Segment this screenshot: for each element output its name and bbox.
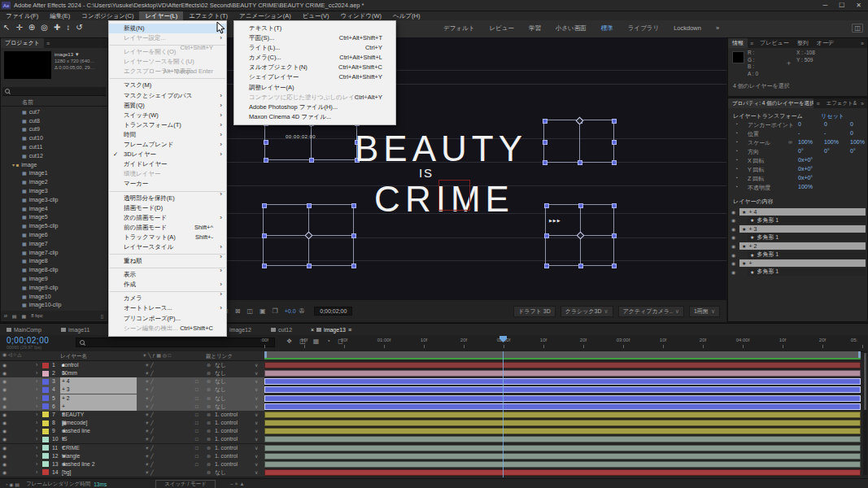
layer-duration-bar[interactable] bbox=[264, 428, 861, 434]
project-item-name[interactable]: image bbox=[21, 162, 37, 168]
tab-properties[interactable]: プロパティ: 4 個のレイヤーを選択 bbox=[728, 98, 813, 108]
chevron-down-icon[interactable]: ∨ bbox=[255, 377, 258, 386]
chevron-down-icon[interactable]: ∨ bbox=[255, 419, 258, 427]
parent-value[interactable]: なし bbox=[215, 394, 226, 403]
submenu-item[interactable]: Adobe Photoshop ファイル(H)... bbox=[234, 102, 395, 112]
menu-item[interactable]: カメラ› bbox=[109, 294, 226, 303]
menu-item[interactable]: 透明部分を保持(E) bbox=[109, 194, 226, 203]
composition-icon[interactable]: ▦ bbox=[22, 294, 27, 299]
composition-tab[interactable]: image11 bbox=[61, 324, 89, 335]
layer-switches[interactable]: ☀ ╱ bbox=[145, 411, 154, 419]
viewer-timecode[interactable]: 0;00;02;00 bbox=[314, 307, 352, 316]
project-item-row[interactable]: ▦image10-clip bbox=[1, 301, 107, 310]
viewer-button-label[interactable]: アクティブカメラ.. bbox=[623, 308, 673, 314]
eye-icon[interactable]: ◉ bbox=[2, 377, 7, 386]
parent-link-icon[interactable]: ⊚ bbox=[207, 411, 211, 419]
shape-layer-icon[interactable]: ★ bbox=[750, 252, 754, 258]
project-item-name[interactable]: cut9 bbox=[29, 126, 40, 132]
project-item-row[interactable]: ▦image6 bbox=[1, 230, 107, 239]
eye-icon[interactable]: ◉ bbox=[2, 403, 7, 411]
tab-close-icon[interactable]: × bbox=[311, 327, 314, 333]
more-panels-icon[interactable]: » bbox=[861, 41, 867, 46]
shape-layer-icon[interactable]: ★ bbox=[750, 234, 754, 240]
submenu-item-label[interactable]: ライト(L)... bbox=[249, 44, 280, 51]
submenu-item-label[interactable]: カメラ(C)... bbox=[249, 54, 281, 61]
property-value[interactable]: 0x+0° bbox=[798, 166, 813, 172]
menubar-item[interactable]: ファイル(F) bbox=[0, 11, 44, 20]
chevron-down-icon[interactable]: ∨ bbox=[255, 394, 258, 403]
parent-link-icon[interactable]: ⊚ bbox=[207, 468, 211, 477]
eye-icon[interactable]: ◉ bbox=[2, 411, 7, 419]
ruler-tick-mark[interactable] bbox=[862, 345, 863, 348]
viewer-option-button[interactable]: アクティブカメラ..∨ bbox=[618, 306, 684, 317]
layer-contents-name[interactable]: + 4 bbox=[748, 209, 757, 215]
menubar-item[interactable]: アニメーション(A) bbox=[233, 11, 297, 20]
parent-value[interactable]: 1. control bbox=[215, 444, 238, 452]
viewer-option-button[interactable]: ドラフト 3D bbox=[513, 306, 556, 317]
layer-name[interactable]: control bbox=[60, 361, 137, 369]
ruler-tick-mark[interactable] bbox=[623, 345, 624, 348]
chevron-down-icon[interactable]: ∨ bbox=[255, 468, 258, 477]
parent-link-icon[interactable]: ⊚ bbox=[207, 386, 211, 394]
minimize-button[interactable]: ─ bbox=[822, 2, 827, 9]
selection-handle[interactable] bbox=[351, 233, 356, 238]
stopwatch-icon[interactable]: ◔ bbox=[735, 166, 738, 172]
project-item-name[interactable]: image5 bbox=[29, 214, 48, 220]
property-value[interactable]: 0 bbox=[850, 121, 853, 127]
transform-property-row[interactable]: ◔不透明度100% bbox=[728, 184, 868, 193]
submenu-item-label[interactable]: テキスト(T) bbox=[249, 24, 281, 32]
expander-icon[interactable]: › bbox=[36, 444, 37, 452]
tab-effects-presets[interactable]: エフェクト& bbox=[822, 98, 861, 108]
menu-item-label[interactable]: マスクとシェイプのパス bbox=[124, 92, 192, 99]
eye-icon[interactable]: ◉ bbox=[2, 419, 7, 427]
menubar-item[interactable]: レイヤー(L) bbox=[139, 11, 183, 20]
selection-handle[interactable] bbox=[612, 233, 617, 238]
ruler-tick-label[interactable]: 10f bbox=[660, 338, 666, 342]
composition-icon[interactable]: ▦ bbox=[22, 276, 27, 281]
layer-duration-bar[interactable] bbox=[264, 412, 861, 418]
layer-contents-name[interactable]: 多角形 1 bbox=[757, 251, 779, 259]
layer-contents-item[interactable]: ★+ 4 bbox=[739, 208, 866, 216]
expander-icon[interactable]: › bbox=[36, 411, 37, 419]
selection-handle[interactable] bbox=[612, 119, 617, 124]
project-item-row[interactable]: ▦image5-clip bbox=[1, 221, 107, 230]
menu-item-label[interactable]: マーカー bbox=[124, 180, 148, 187]
layer-number[interactable]: 13 bbox=[52, 460, 59, 468]
menu-item[interactable]: マスク(M)› bbox=[109, 81, 226, 90]
selection-handle[interactable] bbox=[578, 264, 583, 268]
composition-tab-label[interactable]: cut12 bbox=[278, 327, 292, 333]
property-value[interactable]: 0 bbox=[824, 121, 827, 127]
property-value[interactable]: 0° bbox=[798, 148, 804, 154]
workspace-search-icon[interactable]: ◫ bbox=[852, 24, 863, 33]
layer-duration-bar[interactable] bbox=[264, 362, 861, 368]
submenu-item-label[interactable]: 平面(S)... bbox=[249, 34, 274, 41]
project-item-row[interactable]: ▦image8 bbox=[1, 257, 107, 266]
parent-value[interactable]: 1. control bbox=[215, 419, 238, 427]
property-value[interactable]: - bbox=[824, 130, 826, 136]
composition-icon[interactable]: ▦ bbox=[22, 197, 27, 203]
composition-icon[interactable] bbox=[61, 328, 66, 332]
menu-item[interactable]: フレームブレンド› bbox=[109, 140, 226, 150]
eye-icon[interactable]: ◉ bbox=[2, 361, 7, 369]
composition-icon[interactable]: ▦ bbox=[22, 153, 27, 159]
parent-link-icon[interactable]: ⊚ bbox=[207, 361, 211, 369]
project-name-column-header[interactable]: 名前 bbox=[1, 98, 107, 107]
layer-switches[interactable]: ☀ ╱ bbox=[145, 377, 154, 386]
project-bit-depth[interactable]: 8 bpc bbox=[31, 313, 43, 318]
layer-label-color[interactable] bbox=[42, 412, 49, 417]
tool-button[interactable]: ✚ bbox=[54, 23, 60, 32]
3d-switch-icon[interactable]: □ bbox=[195, 419, 198, 427]
shape-bounding-box[interactable] bbox=[543, 120, 614, 163]
layer-label-color[interactable] bbox=[42, 453, 49, 459]
new-composition-icon[interactable]: ▦ bbox=[22, 313, 27, 319]
close-button[interactable]: ✕ bbox=[856, 2, 861, 9]
menu-item-label[interactable]: トラックマット(A) bbox=[124, 233, 176, 241]
chevron-down-icon[interactable]: ∨ bbox=[255, 369, 258, 377]
layer-switches[interactable]: ☀ ╱ bbox=[145, 369, 154, 377]
layer-contents-row[interactable]: ◉★+ 4 bbox=[731, 207, 866, 216]
transform-property-row[interactable]: ◔方向0°0°0° bbox=[728, 148, 868, 157]
layer-name[interactable]: BEAUTY bbox=[60, 411, 137, 419]
layer-contents-item[interactable]: ★多角形 1 bbox=[748, 251, 866, 259]
menu-item-label[interactable]: ガイドレイヤー bbox=[124, 160, 168, 168]
expander-icon[interactable]: › bbox=[36, 386, 37, 394]
